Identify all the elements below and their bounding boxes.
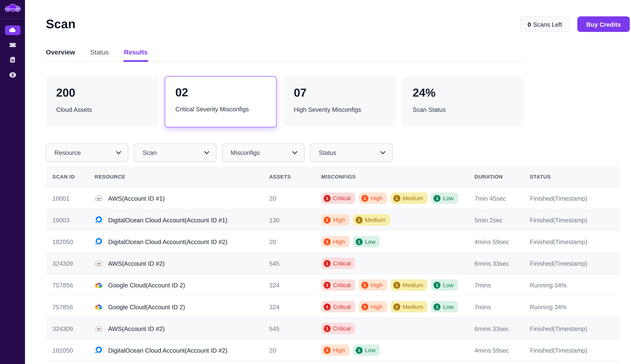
severity-count: 1 — [324, 195, 331, 202]
scan-id-cell: 102050 — [53, 238, 95, 245]
stat-label: Cloud Assets — [56, 106, 158, 113]
critical-badge: 1Critical — [321, 323, 355, 334]
table-row[interactable]: 102050DigitalOcean Cloud Account(Account… — [46, 340, 619, 361]
severity-label: Medium — [403, 304, 423, 310]
severity-label: High — [333, 238, 345, 245]
stat-card-high-misconfigs[interactable]: 07 High Severity Misconfigs — [283, 77, 395, 126]
resource-name: AWS(Account ID #1) — [108, 195, 165, 202]
filter-label: Status — [319, 149, 336, 156]
low-badge: 1Low — [353, 236, 380, 247]
resource-name: AWS(Account ID #2) — [108, 325, 165, 332]
severity-count: 1 — [324, 325, 331, 332]
chevron-down-icon — [204, 151, 209, 154]
stat-card-critical-misconfigs[interactable]: 02 Critical Severity Misconfigs — [165, 76, 277, 128]
resource-filter-dropdown[interactable]: Resource — [46, 143, 128, 162]
status-filter-dropdown[interactable]: Status — [310, 143, 393, 162]
scans-left-count: 0 — [527, 21, 531, 28]
medium-badge: 1Medium — [391, 279, 427, 291]
severity-label: Critical — [333, 282, 351, 288]
scan-results-table: SCAN ID RESOURCE ASSETS MISCONFIGS DURAT… — [46, 166, 619, 361]
assets-cell: 324 — [269, 303, 321, 310]
column-header-scan-id: SCAN ID — [53, 174, 95, 180]
app-window: $ Scan 0 Scans Left Buy Credits Overview… — [0, 0, 631, 364]
severity-count: 1 — [324, 347, 331, 354]
severity-count: 1 — [324, 216, 331, 224]
misconfigs-filter-dropdown[interactable]: Misconfigs — [222, 143, 304, 162]
low-badge: 1Low — [431, 301, 458, 312]
status-cell: Finished(Timestamp) — [530, 325, 619, 332]
sidebar-item-reports[interactable] — [5, 56, 20, 66]
tab-results[interactable]: Results — [124, 49, 148, 62]
sidebar-item-cloud-scan[interactable] — [5, 25, 20, 35]
scan-id-cell: 102050 — [53, 347, 95, 354]
severity-count: 1 — [356, 216, 363, 224]
page-title: Scan — [46, 17, 76, 31]
resource-cell: awsAWS(Account ID #2) — [95, 260, 269, 267]
severity-count: 1 — [356, 347, 363, 354]
sidebar-item-tickets[interactable] — [5, 40, 20, 50]
severity-count: 1 — [324, 303, 331, 310]
page-header: Scan 0 Scans Left Buy Credits — [46, 16, 630, 32]
resource-name: Google Cloud(Account ID 2) — [108, 303, 185, 310]
buy-credits-button[interactable]: Buy Credits — [577, 16, 630, 32]
severity-label: Low — [365, 238, 375, 245]
severity-count: 1 — [361, 195, 368, 202]
resource-cell: awsAWS(Account ID #1) — [95, 195, 269, 202]
critical-badge: 1Critical — [321, 258, 355, 269]
stat-card-scan-status[interactable]: 24% Scan Status — [402, 77, 523, 126]
misconfigs-cell: 1Critical — [321, 323, 474, 334]
high-badge: 1High — [359, 301, 387, 312]
table-row[interactable]: 757856Google Cloud(Account ID 2)3241Crit… — [46, 296, 619, 318]
status-cell: Running 34% — [530, 282, 619, 288]
tab-status[interactable]: Status — [90, 49, 109, 62]
table-row[interactable]: 324309awsAWS(Account ID #2)5451Critical6… — [46, 318, 619, 340]
severity-label: High — [333, 347, 345, 354]
high-badge: 1High — [321, 214, 349, 226]
table-row[interactable]: 102050DigitalOcean Cloud Account(Account… — [46, 231, 619, 253]
medium-badge: 1Medium — [391, 192, 427, 204]
scan-filter-dropdown[interactable]: Scan — [134, 143, 216, 162]
table-row[interactable]: 324309awsAWS(Account ID #2)5451Critical6… — [46, 253, 619, 274]
stat-value: 200 — [56, 86, 158, 100]
table-row[interactable]: 10003DigitalOcean Cloud Account(Account … — [46, 209, 619, 231]
resource-name: Google Cloud(Account ID 2) — [108, 282, 185, 288]
high-badge: 1High — [359, 192, 387, 204]
table-row[interactable]: 757856Google Cloud(Account ID 2)3241Crit… — [46, 274, 619, 296]
severity-label: Critical — [333, 260, 351, 267]
stat-card-cloud-assets[interactable]: 200 Cloud Assets — [46, 77, 158, 126]
dollar-icon: $ — [9, 72, 16, 80]
severity-label: Low — [443, 195, 454, 202]
critical-badge: 1Critical — [321, 301, 355, 312]
severity-count: 1 — [324, 238, 331, 245]
table-row[interactable]: 10001awsAWS(Account ID #1)201Critical1Hi… — [46, 188, 619, 209]
severity-label: High — [371, 304, 383, 310]
resource-cell: DigitalOcean Cloud Account(Account ID #1… — [95, 216, 269, 224]
severity-label: Critical — [333, 325, 351, 332]
main-content: Scan 0 Scans Left Buy Credits Overview S… — [25, 0, 631, 364]
duration-cell: 4mins 59sec — [474, 347, 530, 354]
severity-label: High — [371, 282, 383, 288]
severity-count: 1 — [361, 303, 368, 310]
stat-value: 07 — [294, 86, 395, 100]
app-logo[interactable] — [0, 0, 25, 19]
sidebar-item-billing[interactable]: $ — [5, 71, 20, 81]
assets-cell: 545 — [269, 260, 321, 267]
chevron-down-icon — [116, 151, 121, 154]
scans-left-label: Scans Left — [533, 21, 562, 28]
severity-count: 1 — [361, 282, 368, 288]
duration-cell: 6mins 33sec — [474, 260, 530, 267]
svg-text:aws: aws — [97, 327, 101, 330]
severity-label: Medium — [403, 282, 423, 288]
duration-cell: 7mins — [474, 282, 530, 288]
status-cell: Finished(Timestamp) — [530, 195, 619, 202]
stat-label: High Severity Misconfigs — [294, 106, 395, 113]
assets-cell: 20 — [269, 238, 321, 245]
tab-overview[interactable]: Overview — [46, 49, 75, 62]
severity-label: Critical — [333, 195, 351, 202]
misconfigs-cell: 1Critical1High1Medium1Low — [321, 279, 474, 291]
cloud-logo-icon — [4, 2, 21, 16]
severity-label: Medium — [403, 195, 423, 202]
status-cell: Running 34% — [530, 303, 619, 310]
resource-cell: DigitalOcean Cloud Account(Account ID #2… — [95, 238, 269, 246]
severity-count: 1 — [393, 195, 400, 202]
